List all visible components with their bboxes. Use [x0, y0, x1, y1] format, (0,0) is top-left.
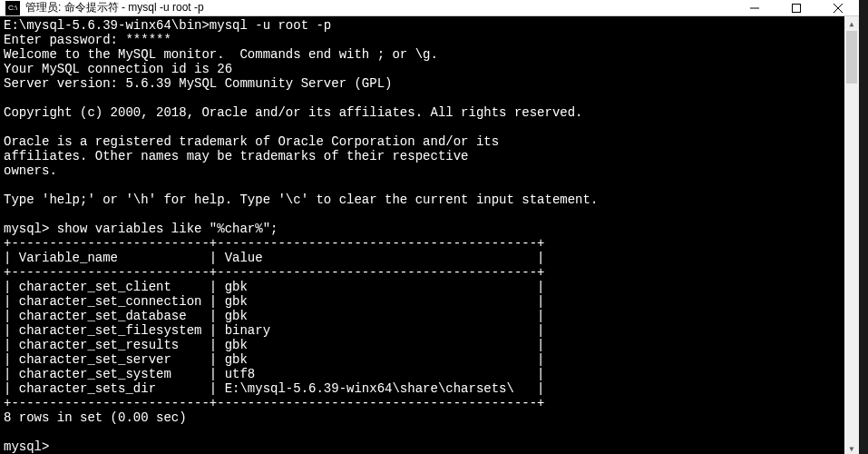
- titlebar: C:\ 管理员: 命令提示符 - mysql -u root -p: [0, 0, 859, 16]
- maximize-button[interactable]: [775, 0, 817, 15]
- terminal-wrap: E:\mysql-5.6.39-winx64\bin>mysql -u root…: [0, 16, 859, 454]
- close-button[interactable]: [817, 0, 859, 15]
- scrollbar[interactable]: ▲ ▼: [844, 16, 859, 454]
- minimize-icon: [750, 4, 759, 13]
- terminal-window: C:\ 管理员: 命令提示符 - mysql -u root -p E:\mys…: [0, 0, 859, 454]
- scrollbar-down-arrow[interactable]: ▼: [844, 441, 859, 454]
- scrollbar-up-arrow[interactable]: ▲: [844, 16, 859, 31]
- titlebar-left: C:\ 管理员: 命令提示符 - mysql -u root -p: [0, 0, 204, 15]
- scrollbar-thumb[interactable]: [846, 31, 857, 84]
- window-title: 管理员: 命令提示符 - mysql -u root -p: [25, 0, 204, 15]
- svg-rect-1: [793, 4, 801, 12]
- window-controls: [734, 0, 859, 15]
- terminal-output[interactable]: E:\mysql-5.6.39-winx64\bin>mysql -u root…: [0, 16, 844, 454]
- maximize-icon: [792, 4, 801, 13]
- minimize-button[interactable]: [734, 0, 775, 15]
- scrollbar-track[interactable]: [844, 31, 859, 441]
- cmd-icon: C:\: [5, 1, 20, 15]
- close-icon: [834, 4, 843, 13]
